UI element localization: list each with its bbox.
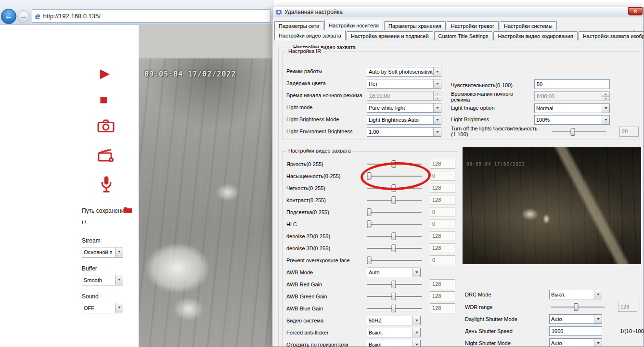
chevron-down-icon xyxy=(594,315,602,323)
slider-thumb[interactable] xyxy=(391,293,396,300)
row-awb-red: AWB Red Gain 128 xyxy=(283,279,458,290)
dialog-tabs-level1: Параметры сети Настройки носителя Параме… xyxy=(274,20,558,30)
address-bar[interactable]: e http://192.168.0.135/ xyxy=(32,9,271,23)
row-awb-blue: AWB Blue Gain 128 xyxy=(283,303,458,314)
awb-green-slider[interactable] xyxy=(367,291,422,302)
lights-off-sensitivity-label: Turn off the lights Чувствительность (1-… xyxy=(451,126,538,137)
tab-alarm-settings[interactable]: Настройки тревог xyxy=(447,21,499,30)
denoise3d-slider[interactable] xyxy=(367,243,422,254)
tab-storage-params[interactable]: Параметры хранения xyxy=(384,21,446,30)
dialog-title: Удаленная настройка xyxy=(284,9,343,15)
awb-red-value: 128 xyxy=(430,279,455,289)
close-button[interactable]: ✕ xyxy=(628,7,643,15)
row-denoise2d: denoise 2D(0-255) 128 xyxy=(283,231,458,242)
contrast-slider[interactable] xyxy=(367,195,422,206)
slider-thumb[interactable] xyxy=(391,232,396,240)
chevron-down-icon xyxy=(433,79,441,88)
tab-video-encoding[interactable]: Настройки видео кодирования xyxy=(493,31,577,40)
chevron-down-icon xyxy=(433,103,441,112)
buffer-select[interactable]: Smooth xyxy=(82,275,123,285)
video-system-select[interactable]: 50HZ xyxy=(367,316,421,325)
night-end-spinner: 8:00:00 ▲▼ xyxy=(534,91,610,101)
stop-icon: ■ xyxy=(100,92,108,107)
slider-thumb[interactable] xyxy=(391,244,396,252)
awb-blue-slider[interactable] xyxy=(367,303,422,314)
spinner-arrows-icon: ▲▼ xyxy=(602,92,609,101)
night-shutter-label: Night Shutter Mode xyxy=(465,340,511,346)
chevron-down-icon xyxy=(602,104,609,113)
chevron-down-icon xyxy=(594,339,602,347)
light-mode-select[interactable]: Pure white light xyxy=(367,103,441,113)
hlc-slider[interactable] xyxy=(367,219,422,230)
prevent-overexposure-value: 0 xyxy=(430,255,455,265)
wdr-range-label: WDR range xyxy=(465,304,492,310)
slider-thumb[interactable] xyxy=(367,220,371,228)
chevron-down-icon xyxy=(412,328,420,337)
tab-custom-title[interactable]: Custom Title Settings xyxy=(434,31,493,40)
tab-system-settings[interactable]: Настройки системы xyxy=(500,21,557,30)
stream-select[interactable]: Основной п xyxy=(82,247,123,257)
saturation-value: 0 xyxy=(430,171,455,181)
slider-thumb[interactable] xyxy=(367,257,371,264)
chevron-down-icon xyxy=(433,116,441,124)
slider-thumb[interactable] xyxy=(391,305,396,312)
chevron-down-icon xyxy=(115,303,123,313)
forward-button: → xyxy=(17,10,30,23)
back-button[interactable]: ← xyxy=(1,9,16,24)
slider-thumb[interactable] xyxy=(391,196,396,204)
work-mode-select[interactable]: Auto by Soft photosensitivity xyxy=(367,67,441,77)
light-env-brightness-select[interactable]: 1.00 xyxy=(367,127,441,137)
slider-thumb[interactable] xyxy=(367,208,371,216)
denoise3d-value: 128 xyxy=(430,243,455,253)
prevent-overexposure-slider[interactable] xyxy=(367,255,422,266)
tab-media-settings[interactable]: Настройки носителя xyxy=(324,20,383,30)
preview-video: 09:05:04 17/02/2022 xyxy=(463,147,641,264)
night-shutter-select[interactable]: Auto xyxy=(549,338,602,347)
save-path-label: Путь сохранения xyxy=(82,207,128,214)
play-icon: ▶ xyxy=(100,66,110,80)
color-delay-select[interactable]: Нет xyxy=(367,79,441,89)
sound-select[interactable]: OFF xyxy=(82,303,123,313)
light-brightness-select[interactable]: 100% xyxy=(534,115,610,125)
play-button[interactable]: ▶ xyxy=(100,67,110,79)
tab-time-osd[interactable]: Настройка времени и подписей xyxy=(347,31,433,40)
video-timestamp: 09:05:04 17/02/2022 xyxy=(144,70,236,78)
brightness-value: 128 xyxy=(430,159,455,169)
awb-red-slider[interactable] xyxy=(367,279,422,290)
slider-thumb[interactable] xyxy=(391,281,396,288)
light-brightness-mode-select[interactable]: Light Brightness Auto xyxy=(367,115,441,125)
anti-flicker-select[interactable]: Выкл. xyxy=(367,328,421,337)
tab-image-capture[interactable]: Настройки захвата изобр xyxy=(579,31,644,40)
back-arrow-icon: ← xyxy=(5,12,13,21)
tab-video-capture[interactable]: Настройки видео захвата xyxy=(274,30,346,40)
light-image-option-select[interactable]: Normal xyxy=(534,103,610,113)
dialog-app-icon xyxy=(275,9,282,15)
light-mode-label: Light mode xyxy=(286,104,312,110)
light-image-option-label: Light Image option xyxy=(451,105,495,111)
day-shutter-speed-range: 1/(10~100 xyxy=(620,328,644,334)
day-shutter-speed-input[interactable]: 1000 xyxy=(549,326,602,336)
lights-off-sensitivity-value: 20 xyxy=(619,127,639,137)
save-path-folder-button[interactable] xyxy=(123,206,132,215)
color-delay-label: Задержка цвета xyxy=(286,80,326,86)
slider-thumb xyxy=(570,128,575,136)
microphone-button[interactable] xyxy=(100,176,113,195)
drc-mode-select[interactable]: Выкл. xyxy=(549,290,602,299)
chevron-down-icon xyxy=(115,275,123,285)
chevron-down-icon xyxy=(594,290,602,299)
record-button[interactable] xyxy=(98,148,114,165)
flip-horizontal-select[interactable]: Выкл xyxy=(367,340,421,347)
close-icon: ✕ xyxy=(633,9,637,14)
wdr-range-slider xyxy=(551,302,605,312)
browser-toolbar: ← → e http://192.168.0.135/ xyxy=(0,7,274,25)
tab-network-params[interactable]: Параметры сети xyxy=(274,21,323,30)
sensitivity-input[interactable]: 50 xyxy=(534,79,610,89)
dialog-titlebar[interactable]: Удаленная настройка xyxy=(272,7,644,17)
backlight-slider[interactable] xyxy=(367,207,422,218)
snapshot-button[interactable] xyxy=(97,119,115,135)
daylight-shutter-label: Daylight Shutter Mode xyxy=(465,316,517,322)
denoise2d-slider[interactable] xyxy=(367,231,422,242)
awb-mode-select[interactable]: Auto xyxy=(367,268,421,277)
daylight-shutter-select[interactable]: Auto xyxy=(549,314,602,324)
stop-button[interactable]: ■ xyxy=(100,93,108,106)
